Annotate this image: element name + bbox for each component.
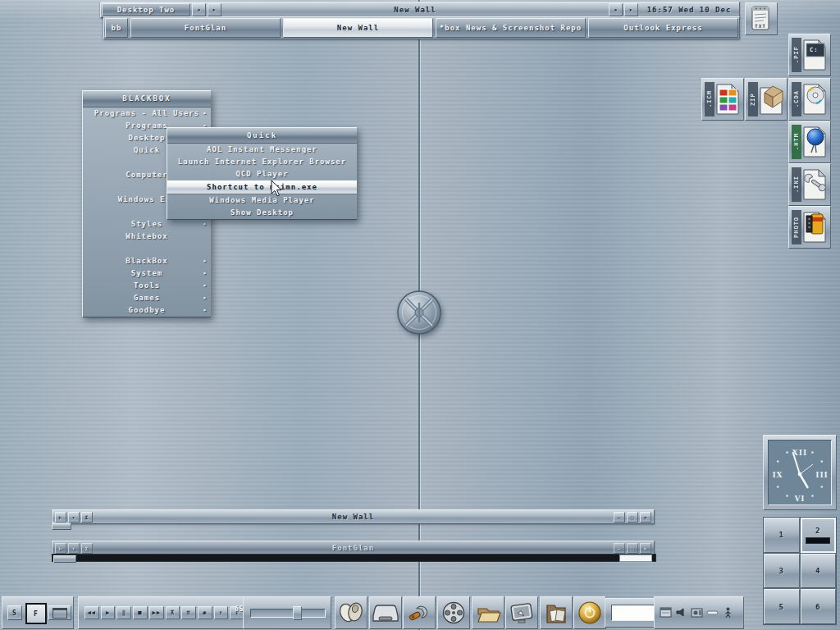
window-resize-grip[interactable] (53, 555, 76, 563)
pager-desktop-5[interactable]: 5 (764, 589, 800, 624)
media-playlist-button[interactable]: ≡ (181, 606, 196, 619)
pager-desktop-3[interactable]: 3 (764, 554, 800, 589)
media-pause-button[interactable]: ‖ (116, 606, 131, 619)
quick-submenu: Quick AOL Instant Messenger Launch Inter… (167, 127, 357, 220)
style-f-button[interactable]: F (25, 603, 47, 624)
style-s-button[interactable]: S (7, 605, 22, 620)
pager-desktop-2[interactable]: 2 (801, 518, 837, 553)
workspace-next-button[interactable]: ▸ (208, 3, 221, 16)
desktop-icon-ini[interactable]: .INI (788, 163, 831, 206)
tray-user-icon[interactable] (722, 606, 734, 619)
desktop-icon-pif[interactable]: .PIF C: (788, 34, 831, 76)
task-prev-button[interactable]: ◂ (609, 3, 623, 16)
submenu-arrow-icon: ▸ (203, 255, 208, 267)
task-outlook-express[interactable]: Outlook Express (588, 18, 738, 38)
window-resize-grip[interactable] (52, 523, 71, 530)
window-new-wall: ⊢ ▾ Σ New Wall – □ × (52, 509, 655, 524)
desktop-icon-photo[interactable]: PHOTO (788, 206, 831, 249)
desktop-icon-txt[interactable]: TXT (745, 2, 778, 35)
menu-item-programs-all-users[interactable]: Programs - All Users▸ (83, 107, 211, 120)
dock-documents-button[interactable] (540, 596, 573, 629)
dock-shoes-button[interactable] (335, 596, 368, 629)
media-eject-button[interactable]: ⊼ (166, 606, 180, 619)
menu-item-aol-instant-messenger[interactable]: AOL Instant Messenger (167, 144, 357, 156)
menu-item-whitebox[interactable]: Whitebox (83, 231, 211, 243)
pager-desktop-4[interactable]: 4 (801, 554, 837, 589)
clock-face: XII III VI IX (768, 440, 832, 505)
dock-folder-button[interactable] (472, 596, 504, 629)
menu-gap (83, 243, 211, 255)
file-type-label: .PIF (792, 38, 801, 72)
media-up-button[interactable]: ↑ (214, 606, 229, 619)
window-shade-button[interactable]: ▾ (68, 543, 80, 554)
desktop-pager: 1 2 3 4 5 6 (763, 517, 837, 625)
media-rewind-button[interactable]: ◀◀ (84, 606, 99, 619)
menu-item-label: BlackBox (126, 257, 167, 265)
tray-window-icon[interactable] (660, 606, 672, 619)
media-forward-button[interactable]: ▶▶ (149, 606, 164, 619)
window-titlebar[interactable]: ⊢ ▾ Σ New Wall – □ × (52, 509, 655, 524)
window-close-button[interactable]: × (640, 512, 651, 523)
tray-bar-icon[interactable] (706, 606, 719, 619)
submenu-arrow-icon: ▸ (203, 218, 208, 231)
desktop-icon-icm[interactable]: .ICM (701, 78, 744, 121)
tray-tv-icon[interactable] (691, 606, 703, 619)
task-fontglan[interactable]: FontGlan (130, 18, 281, 38)
media-stop-button[interactable]: ■ (133, 606, 148, 619)
dock-display-button[interactable] (505, 596, 538, 629)
workspace-prev-button[interactable]: ◂ (192, 3, 206, 16)
menu-item-goodbye[interactable]: Goodbye▸ (83, 304, 211, 317)
pager-desktop-1[interactable]: 1 (764, 518, 800, 553)
desktop-icon-zip[interactable]: ZIP (745, 78, 788, 121)
window-close-button[interactable]: × (640, 543, 651, 554)
media-record-button[interactable]: ◉ (198, 606, 212, 619)
menu-item-tools[interactable]: Tools▸ (83, 280, 211, 292)
media-play-button[interactable]: ▶ (101, 606, 116, 619)
window-stick-button[interactable]: ⊢ (55, 543, 66, 554)
window-maximize-button[interactable]: □ (627, 543, 638, 554)
tray-volume-icon[interactable] (675, 606, 687, 619)
submenu-arrow-icon: ▸ (203, 304, 208, 317)
window-grip-highlight[interactable] (619, 555, 652, 562)
window-menu-button[interactable]: Σ (81, 512, 93, 523)
window-mode-button[interactable] (48, 605, 71, 620)
volume-slider-handle[interactable] (293, 606, 302, 620)
menu-item-system[interactable]: System▸ (83, 267, 211, 280)
window-stick-button[interactable]: ⊢ (55, 512, 66, 523)
file-type-label: ZIP (748, 82, 758, 116)
menu-item-launch-ie-browser[interactable]: Launch Internet Explorer Browser (167, 156, 357, 168)
dock-tools-button[interactable] (403, 596, 436, 629)
task-next-button[interactable]: ▸ (624, 3, 638, 16)
dock-media-button[interactable] (437, 596, 470, 629)
desktop-icon-htm[interactable]: .HTM (788, 121, 831, 163)
menu-item-label: AOL Instant Messenger (207, 145, 317, 153)
dock-drive-button[interactable] (369, 596, 402, 629)
window-minimize-button[interactable]: – (614, 543, 625, 554)
power-orb-icon (576, 600, 604, 626)
workspace-selector[interactable]: Desktop Two (102, 3, 190, 16)
menu-item-shortcut-msimn[interactable]: Shortcut to msimn.exe (167, 180, 357, 194)
desktop-icon-cda[interactable]: .CDA (788, 78, 831, 121)
wrench-icon (405, 600, 433, 626)
submenu-arrow-icon: ▸ (203, 107, 208, 120)
window-minimize-button[interactable]: – (614, 512, 625, 523)
pager-desktop-6[interactable]: 6 (801, 589, 837, 624)
menu-item-qcd-player[interactable]: QCD Player (167, 168, 357, 180)
dock-keys-section: S F (2, 596, 74, 629)
bb-menu-button[interactable]: bb (105, 18, 128, 38)
menu-item-games[interactable]: Games▸ (83, 292, 211, 304)
task-new-wall[interactable]: New Wall (283, 18, 433, 38)
menu-item-styles[interactable]: Styles▸ (83, 218, 211, 231)
window-shade-button[interactable]: ▾ (68, 512, 80, 523)
display-icon (508, 600, 536, 626)
menu-item-label: Computer (126, 171, 167, 179)
menu-item-windows-media-player[interactable]: Windows Media Player (167, 194, 357, 207)
menu-item-blackbox[interactable]: BlackBox▸ (83, 255, 211, 267)
volume-slider-track[interactable] (250, 609, 326, 618)
task-box-news[interactable]: *box News & Screenshot Repo (436, 18, 586, 38)
menu-item-show-desktop[interactable]: Show Desktop (167, 207, 357, 219)
dock-power-button[interactable] (573, 596, 606, 629)
window-menu-button[interactable]: Σ (81, 543, 93, 554)
window-maximize-button[interactable]: □ (627, 512, 638, 523)
menu-item-label: Tools (134, 281, 160, 290)
